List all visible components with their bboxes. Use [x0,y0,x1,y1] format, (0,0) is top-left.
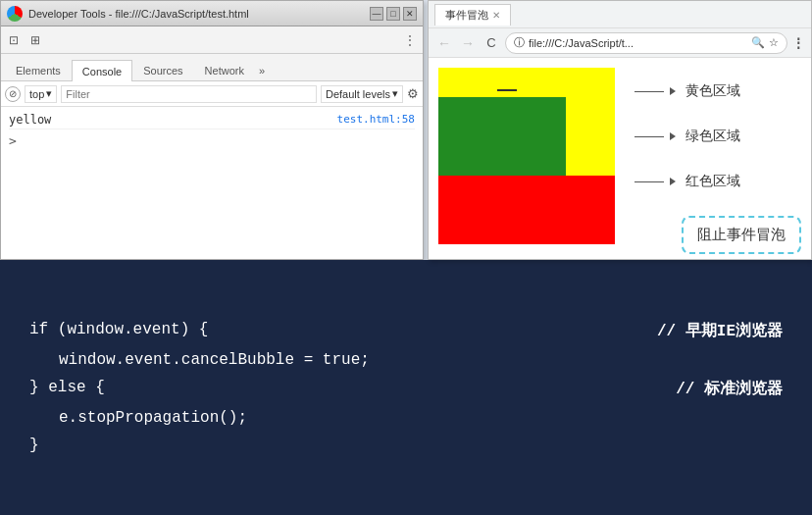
forward-button[interactable]: → [458,35,478,51]
console-log-link[interactable]: test.html:58 [337,113,415,126]
browser-more-icon[interactable]: ⋮ [791,35,805,51]
inspect-icon[interactable]: ⊡ [5,31,23,49]
address-bar[interactable]: ⓘ file:///C:/JavaScript/t... 🔍 ☆ [505,32,787,54]
code-text-5: } [29,437,39,454]
label-green: 绿色区域 [634,128,740,145]
context-selector[interactable]: top ▾ [25,85,57,103]
browser-tab[interactable]: 事件冒泡 ✕ [434,4,511,26]
code-text-3: } else { [29,379,105,399]
devtools-title: Developer Tools - file:///C:/JavaScript/… [28,8,249,20]
arrowhead-red [670,178,676,185]
code-line-3: } else { // 标准浏览器 [29,379,783,399]
console-output: yellow test.html:58 > [1,107,423,259]
browser-titlebar: 事件冒泡 ✕ [429,1,811,28]
code-section: if (window.event) { // 早期IE浏览器 window.ev… [0,260,812,515]
tab-close-icon[interactable]: ✕ [492,10,500,21]
tab-elements[interactable]: Elements [5,59,72,80]
minimize-button[interactable]: — [370,7,383,21]
red-box[interactable] [438,176,615,244]
maximize-button[interactable]: □ [386,7,400,21]
filter-input[interactable] [61,85,317,103]
code-comment-3: // 标准浏览器 [676,379,783,399]
tab-title: 事件冒泡 [445,8,488,23]
code-text-2: window.event.cancelBubble = true; [59,351,370,369]
tooltip-bubble: 阻止事件冒泡 [682,216,801,254]
code-text-4: e.stopPropagation(); [59,409,247,427]
label-red: 红色区域 [634,173,740,190]
tab-console[interactable]: Console [72,60,132,81]
code-line-2: window.event.cancelBubble = true; [59,351,783,369]
diagram-labels: 黄色区域 绿色区域 红色区域 [634,68,740,190]
titlebar-buttons: — □ ✕ [370,7,417,21]
console-log-text: yellow [9,113,51,127]
titlebar-left: Developer Tools - file:///C:/JavaScript/… [7,6,249,22]
top-section: Developer Tools - file:///C:/JavaScript/… [0,0,812,260]
device-icon[interactable]: ⊞ [26,31,44,49]
code-line-4: e.stopPropagation(); [59,409,783,427]
back-button[interactable]: ← [434,35,454,51]
devtools-panel: Developer Tools - file:///C:/JavaScript/… [0,0,424,260]
settings-icon[interactable]: ⚙ [407,86,419,101]
tab-bar: Elements Console Sources Network » [1,54,423,81]
label-yellow: 黄色区域 [634,82,740,100]
arrow-green [634,136,664,137]
console-prompt[interactable]: > [9,133,415,148]
devtools-titlebar: Developer Tools - file:///C:/JavaScript/… [1,1,423,26]
lock-icon: ⓘ [514,35,525,50]
levels-dropdown-arrow: ▾ [392,87,398,100]
block-icon[interactable]: ⊘ [5,86,21,102]
code-comment-1: // 早期IE浏览器 [657,321,783,341]
tab-network[interactable]: Network [194,59,255,80]
browser-content: — 黄色区域 绿色区域 红色区域 [429,58,811,259]
tab-more[interactable]: » [255,61,269,80]
code-line-1: if (window.event) { // 早期IE浏览器 [29,321,783,341]
console-log-row: yellow test.html:58 [9,111,415,129]
browser-window: 事件冒泡 ✕ ← → C ⓘ file:///C:/JavaScript/t..… [428,0,812,260]
console-filter-bar: ⊘ top ▾ Default levels ▾ ⚙ [1,81,423,107]
arrowhead-green [670,132,676,140]
code-text-1: if (window.event) { [29,321,208,341]
code-line-5: } [29,437,783,454]
refresh-button[interactable]: C [482,35,501,50]
tab-sources[interactable]: Sources [132,59,193,80]
search-icon[interactable]: 🔍 [751,36,765,49]
chrome-icon [7,6,23,22]
arrowhead-yellow [670,87,676,95]
address-text: file:///C:/JavaScript/t... [529,37,747,49]
arrow-yellow [634,91,664,92]
devtools-toolbar: ⊡ ⊞ ⋮ [1,26,423,54]
bookmark-icon[interactable]: ☆ [769,36,779,49]
browser-nav: ← → C ⓘ file:///C:/JavaScript/t... 🔍 ☆ ⋮ [429,28,811,58]
dropdown-arrow: ▾ [46,87,52,100]
color-diagram: — [438,68,615,244]
default-levels-selector[interactable]: Default levels ▾ [321,85,403,103]
close-button[interactable]: ✕ [403,7,417,21]
more-tools-icon[interactable]: ⋮ [401,31,419,49]
arrow-red [634,181,664,182]
minus-sign: — [497,77,517,100]
